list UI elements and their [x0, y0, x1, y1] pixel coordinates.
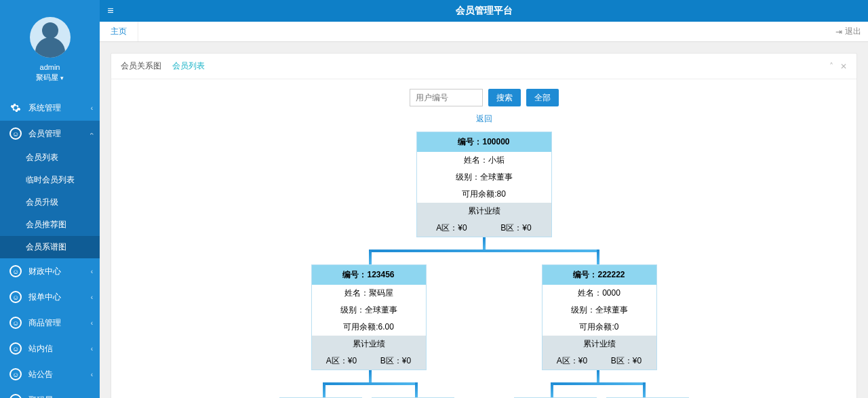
node-balance-label: 可用余额: — [462, 189, 496, 199]
search-button[interactable]: 搜索 — [488, 89, 521, 106]
tree-connector — [415, 382, 418, 397]
sidebar-item-jumawu[interactable]: ◎ 聚码屋 — [0, 387, 100, 398]
chevron-left-icon: ‹ — [91, 371, 93, 378]
node-b: ¥0 — [522, 223, 531, 233]
tabbar: 主页 ⇥ 退出 — [100, 22, 868, 42]
sidebar-item-products[interactable]: ☺ 商品管理 ‹ — [0, 310, 100, 336]
sidebar-item-member[interactable]: ☺ 会员管理 ‹ — [0, 121, 100, 146]
node-level: 全球董事 — [595, 305, 628, 315]
node-name-label: 姓名： — [344, 288, 369, 298]
node-a-label: A区： — [326, 356, 348, 365]
node-level: 全球董事 — [480, 172, 513, 182]
sidebar-item-orders[interactable]: ☺ 报单中心 ‹ — [0, 284, 100, 310]
username-label: admin — [0, 63, 100, 71]
chevron-left-icon: ‹ — [91, 104, 93, 112]
panel-title: 会员关系图 — [121, 60, 161, 72]
node-b-label: B区： — [500, 223, 522, 233]
all-button[interactable]: 全部 — [526, 89, 559, 106]
sidebar-subitem-upgrade[interactable]: 会员升级 — [0, 191, 100, 214]
panel-link-memberlist[interactable]: 会员列表 — [172, 60, 205, 72]
panel-head: 会员关系图 会员列表 ˄ ✕ — [111, 54, 856, 79]
sidebar-item-label: 财政中心 — [28, 266, 61, 277]
search-input[interactable] — [410, 89, 483, 106]
org-dropdown[interactable]: 聚码屋 — [0, 73, 100, 83]
sidebar: admin 聚码屋 系统管理 ‹ ☺ 会员管理 ‹ 会员列表 临时会员列表 会员… — [0, 0, 100, 398]
sidebar-subitem-recommend[interactable]: 会员推荐图 — [0, 214, 100, 236]
sidebar-item-label: 报单中心 — [28, 292, 61, 303]
node-id: 222222 — [597, 270, 625, 279]
node-balance-label: 可用余额: — [579, 322, 614, 332]
sidebar-item-label: 站内信 — [28, 343, 53, 355]
sidebar-item-messages[interactable]: ☺ 站内信 ‹ — [0, 336, 100, 361]
sidebar-item-finance[interactable]: ☺ 财政中心 ‹ — [0, 258, 100, 284]
chevron-left-icon: ‹ — [91, 319, 93, 327]
tree-connector — [483, 237, 486, 250]
back-row: 返回 — [121, 112, 847, 125]
node-name: 小垢 — [488, 155, 505, 165]
node-name: 聚码屋 — [369, 288, 393, 298]
node-level: 全球董事 — [365, 305, 397, 315]
tree: 编号：100000 姓名：小垢 级别：全球董事 可用余额:80 累计业绩 A区：… — [121, 132, 847, 398]
user-icon: ☺ — [9, 368, 22, 380]
node-balance: 0 — [614, 322, 619, 332]
node-b: ¥0 — [633, 356, 642, 365]
logout-button[interactable]: ⇥ 退出 — [835, 26, 861, 37]
tree-connector — [643, 382, 646, 397]
user-icon: ☺ — [9, 317, 22, 329]
node-name: 0000 — [602, 288, 620, 298]
node-name-label: 姓名： — [464, 155, 488, 165]
node-level-label: 级别： — [340, 305, 365, 315]
collapse-icon[interactable]: ˄ — [829, 62, 833, 71]
user-icon: ☺ — [9, 265, 22, 277]
tree-connector — [597, 370, 599, 382]
hamburger-icon[interactable]: ≡ — [100, 5, 121, 17]
sidebar-item-system[interactable]: 系统管理 ‹ — [0, 95, 100, 121]
avatar[interactable] — [30, 17, 71, 58]
node-a-label: A区： — [436, 223, 458, 233]
tree-connector — [369, 250, 599, 252]
sidebar-subitem-genealogy[interactable]: 会员系谱图 — [0, 236, 100, 258]
tree-connector — [369, 250, 372, 264]
node-balance-label: 可用余额: — [343, 322, 378, 332]
chevron-left-icon: ‹ — [91, 345, 93, 353]
sidebar-subitem-templist[interactable]: 临时会员列表 — [0, 169, 100, 191]
back-link[interactable]: 返回 — [476, 114, 492, 123]
content: 会员关系图 会员列表 ˄ ✕ 搜索 全部 返回 编号：100000 姓名：小垢 — [100, 42, 868, 398]
chevron-left-icon: ‹ — [91, 294, 93, 301]
node-id: 100000 — [482, 137, 509, 146]
panel: 会员关系图 会员列表 ˄ ✕ 搜索 全部 返回 编号：100000 姓名：小垢 — [111, 53, 857, 398]
node-b-label: B区： — [611, 356, 633, 365]
user-icon: ☺ — [9, 127, 22, 140]
node-a: ¥0 — [348, 356, 357, 365]
node-b-label: B区： — [380, 356, 402, 365]
tab-home[interactable]: 主页 — [100, 22, 138, 41]
tree-connector — [323, 382, 415, 385]
sidebar-subitems-member: 会员列表 临时会员列表 会员升级 会员推荐图 会员系谱图 — [0, 146, 100, 258]
sidebar-item-label: 系统管理 — [28, 102, 61, 114]
user-icon: ☺ — [9, 291, 22, 303]
node-id-label: 编号： — [342, 270, 367, 279]
sidebar-item-announce[interactable]: ☺ 站公告 ‹ — [0, 361, 100, 387]
tree-node-root[interactable]: 编号：100000 姓名：小垢 级别：全球董事 可用余额:80 累计业绩 A区：… — [416, 132, 552, 237]
sidebar-subitem-memberlist[interactable]: 会员列表 — [0, 146, 100, 169]
topbar: ≡ 会员管理平台 — [100, 0, 868, 22]
tree-node-child[interactable]: 编号：222222 姓名：0000 级别：全球董事 可用余额:0 累计业绩 A区… — [542, 264, 657, 370]
node-a-label: A区： — [557, 356, 578, 365]
tree-connector — [597, 250, 599, 264]
node-a: ¥0 — [578, 356, 587, 365]
sidebar-item-label: 聚码屋 — [28, 395, 53, 399]
node-balance: 6.00 — [378, 322, 393, 332]
user-info: admin 聚码屋 — [0, 63, 100, 83]
sidebar-item-label: 站公告 — [28, 369, 53, 380]
sidebar-item-label: 会员管理 — [28, 128, 61, 140]
tree-connector — [551, 382, 553, 397]
close-icon[interactable]: ✕ — [840, 62, 847, 71]
search-row: 搜索 全部 — [121, 89, 847, 106]
circle-icon: ◎ — [9, 394, 22, 398]
tree-node-child[interactable]: 编号：123456 姓名：聚码屋 级别：全球董事 可用余额:6.00 累计业绩 … — [311, 264, 427, 370]
node-perf-label: 累计业绩 — [312, 336, 426, 353]
node-name-label: 姓名： — [578, 288, 602, 298]
node-a: ¥0 — [458, 223, 467, 233]
panel-actions: ˄ ✕ — [829, 62, 847, 71]
node-perf-label: 累计业绩 — [542, 336, 656, 353]
